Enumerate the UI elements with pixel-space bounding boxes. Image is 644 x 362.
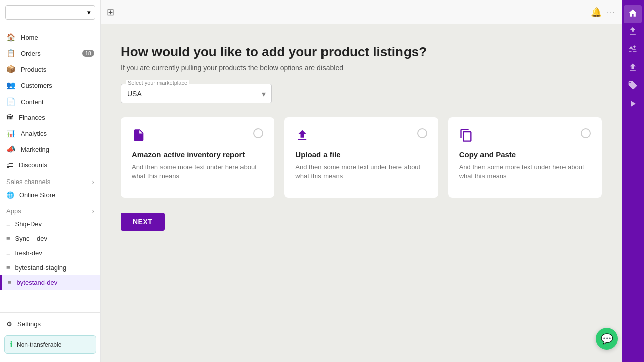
sidebar-item-label: Analytics (21, 130, 47, 137)
main-wrapper: ⊞ 🔔 ··· How would you like to add your p… (101, 0, 622, 362)
card-radio-amazon-report[interactable] (253, 128, 263, 138)
sidebar-item-finances[interactable]: 🏛 Finances (0, 110, 100, 125)
chevron-right-icon: › (92, 207, 94, 215)
sidebar-navigation: 🏠 Home 📋 Orders 18📦 Products 👥 Customers… (0, 25, 100, 312)
customers-icon: 👥 (6, 81, 16, 90)
right-sidebar-download[interactable] (624, 23, 642, 41)
sidebar-item-discounts[interactable]: 🏷 Discounts (0, 157, 100, 173)
sidebar-item-analytics[interactable]: 📊 Analytics (0, 125, 100, 141)
option-card-copy-paste[interactable]: Copy and Paste And then some more text u… (448, 117, 602, 198)
card-top (459, 128, 591, 142)
app-icon: ≡ (8, 279, 12, 286)
non-transferable-label: Non-transferable (17, 341, 61, 348)
option-card-amazon-report[interactable]: Amazon active inventory report And then … (121, 117, 274, 198)
home-icon (628, 8, 638, 20)
marketplace-select[interactable]: USACanadaUKGermanyFrance (121, 84, 272, 103)
right-sidebar-home[interactable] (624, 5, 642, 23)
chevron-right-icon: › (92, 178, 94, 186)
sidebar-item-settings[interactable]: ⚙ Settings (0, 317, 100, 331)
store-dropdown[interactable]: ▾ (5, 5, 95, 20)
sliders-icon (628, 44, 638, 56)
sidebar-item-label: Ship-Dev (15, 220, 42, 228)
badge-orders: 18 (82, 50, 94, 57)
card-top (295, 128, 427, 142)
right-sidebar-sliders[interactable] (624, 41, 642, 59)
more-options-icon[interactable]: ··· (607, 8, 616, 16)
tag-icon (628, 80, 638, 93)
sidebar-item-label: Finances (19, 114, 45, 121)
sidebar-item-marketing[interactable]: 📣 Marketing (0, 141, 100, 157)
sidebar-item-fresh-dev[interactable]: ≡ fresh-dev (0, 246, 100, 260)
sidebar-item-label: Content (21, 98, 44, 106)
play-icon (628, 99, 638, 111)
products-icon: 📦 (6, 65, 16, 74)
marketing-icon: 📣 (6, 145, 16, 154)
sidebar-item-label: Orders (21, 50, 41, 57)
marketplace-select-wrapper: Select your marketplace USACanadaUKGerma… (121, 84, 272, 103)
page-subtitle: If you are currently pulling your produc… (121, 64, 602, 72)
chat-icon: 💬 (601, 333, 613, 345)
card-top (132, 128, 263, 142)
next-button[interactable]: NEXT (121, 213, 165, 231)
option-card-upload-file[interactable]: Upload a file And then some more text un… (284, 117, 438, 198)
home-icon: 🏠 (6, 33, 16, 42)
card-radio-copy-paste[interactable] (581, 128, 591, 138)
options-cards-row: Amazon active inventory report And then … (121, 117, 602, 198)
chevron-down-icon: ▾ (87, 9, 91, 16)
content-icon: 📄 (6, 97, 16, 106)
sidebar-item-online-store[interactable]: 🌐 Online Store (0, 188, 100, 202)
right-sidebar (622, 0, 644, 362)
gear-icon: ⚙ (6, 320, 12, 328)
sidebar-item-label: Online Store (19, 191, 55, 199)
app-icon: ≡ (6, 220, 10, 228)
sidebar-item-bytestand-staging[interactable]: ≡ bytestand-staging (0, 260, 100, 275)
upload-icon (295, 128, 309, 142)
sidebar-item-label: Products (21, 66, 46, 73)
sidebar-item-label: Discounts (19, 161, 47, 169)
sidebar-item-label: bytestand-dev (17, 279, 58, 286)
sidebar-item-label: Sync – dev (15, 235, 47, 242)
topbar-right: 🔔 ··· (591, 7, 616, 18)
bell-icon[interactable]: 🔔 (591, 7, 602, 18)
sales-channels-section[interactable]: Sales channels › (0, 173, 100, 188)
sidebar-item-home[interactable]: 🏠 Home (0, 29, 100, 45)
card-description: And then some more text under here about… (295, 163, 427, 181)
sidebar-item-content[interactable]: 📄 Content (0, 94, 100, 110)
app-icon: ≡ (6, 249, 10, 257)
main-content: How would you like to add your product l… (101, 24, 622, 362)
apps-label: Apps (6, 207, 21, 215)
sidebar-item-bytestand-dev[interactable]: ≡ bytestand-dev (0, 275, 100, 290)
topbar: ⊞ 🔔 ··· (101, 0, 622, 24)
page-title: How would you like to add your product l… (121, 44, 602, 60)
app-icon: ≡ (6, 264, 10, 272)
right-sidebar-tag[interactable] (624, 77, 642, 96)
download-icon (628, 26, 638, 38)
right-sidebar-upload[interactable] (624, 59, 642, 77)
copy-icon (459, 128, 473, 142)
marketplace-label: Select your marketplace (126, 80, 189, 86)
sidebar-item-products[interactable]: 📦 Products (0, 61, 100, 77)
store-selector[interactable]: ▾ (0, 0, 100, 25)
sidebar-item-label: fresh-dev (15, 249, 42, 257)
card-title: Copy and Paste (459, 150, 591, 159)
card-radio-upload-file[interactable] (417, 128, 427, 138)
grid-icon[interactable]: ⊞ (107, 7, 114, 18)
card-title: Amazon active inventory report (132, 150, 263, 159)
right-sidebar-play[interactable] (624, 96, 642, 114)
topbar-left: ⊞ (107, 7, 114, 18)
sidebar-item-orders[interactable]: 📋 Orders 18 (0, 45, 100, 61)
store-icon: 🌐 (6, 191, 14, 199)
sidebar-item-customers[interactable]: 👥 Customers (0, 77, 100, 94)
sidebar-item-ship-dev[interactable]: ≡ Ship-Dev (0, 217, 100, 231)
info-icon: ℹ (10, 340, 13, 349)
sidebar-item-label: Marketing (21, 146, 49, 153)
sidebar-item-label: bytestand-staging (15, 264, 67, 272)
apps-section[interactable]: Apps › (0, 202, 100, 217)
sidebar-item-sync-dev[interactable]: ≡ Sync – dev (0, 231, 100, 246)
sidebar-item-label: Home (21, 34, 38, 41)
chat-button[interactable]: 💬 (596, 328, 618, 350)
sidebar-bottom: ⚙ Settings ℹ Non-transferable (0, 312, 100, 362)
app-icon: ≡ (6, 235, 10, 242)
finances-icon: 🏛 (6, 113, 14, 122)
sales-channels-label: Sales channels (6, 178, 50, 186)
